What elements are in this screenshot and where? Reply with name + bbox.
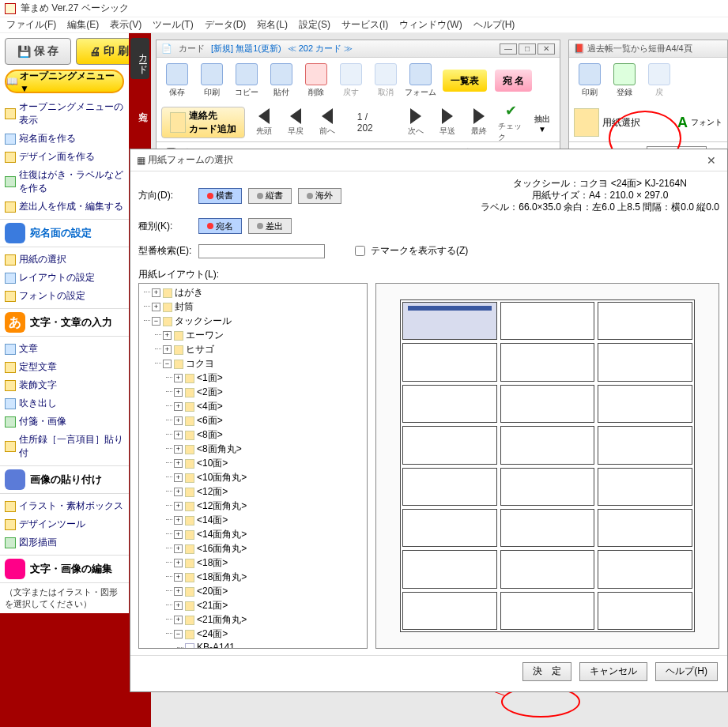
tree-item[interactable]: −<24面>	[174, 627, 228, 641]
menu-addr[interactable]: 宛名(L)	[257, 18, 288, 32]
link-address-face[interactable]: 宛名面を作る	[2, 130, 127, 148]
tree-item[interactable]: +<16面角丸>	[174, 542, 247, 556]
link-draw[interactable]: 図形描画	[2, 533, 127, 552]
tree-aone[interactable]: +エーワン	[163, 329, 224, 342]
link-template-text[interactable]: 定型文章	[2, 358, 127, 376]
tree-item[interactable]: +<8面角丸>	[174, 443, 242, 456]
label-cell[interactable]	[500, 302, 595, 340]
type-addressee-button[interactable]: 宛名	[198, 218, 242, 234]
section-text-input[interactable]: あ 文字・文章の入力	[0, 308, 129, 337]
tb-print[interactable]: 印刷	[196, 63, 228, 98]
font-icon[interactable]: A	[677, 115, 688, 131]
nav-check[interactable]: ✔チェック	[498, 102, 523, 143]
label-cell[interactable]	[598, 550, 692, 588]
opening-menu-button[interactable]: 📖 オープニングメニュー ▼	[5, 70, 124, 93]
menu-settings[interactable]: 設定(S)	[299, 18, 330, 32]
dir-vertical-button[interactable]: 縦書	[248, 188, 292, 204]
menu-help[interactable]: ヘルプ(H)	[473, 18, 515, 32]
label-cell[interactable]	[500, 509, 595, 547]
link-opening[interactable]: オープニングメニューの表示	[2, 98, 127, 130]
link-illust-box[interactable]: イラスト・素材ボックス	[2, 497, 127, 515]
dir-overseas-button[interactable]: 海外	[298, 188, 341, 204]
label-cell[interactable]	[500, 550, 595, 588]
close-button[interactable]: ✕	[538, 43, 555, 55]
tb-list-pill[interactable]: 一覧表	[443, 70, 487, 92]
rp-print[interactable]: 印刷	[574, 63, 605, 98]
add-contact-button[interactable]: 連絡先 カード追加	[161, 107, 245, 138]
tree-item[interactable]: +<12面角丸>	[174, 499, 247, 513]
nav-prev[interactable]: 前へ	[315, 108, 340, 137]
section-edit[interactable]: 文字・画像の編集	[0, 555, 129, 583]
link-font-settings[interactable]: フォントの設定	[2, 287, 127, 305]
link-paper-select[interactable]: 用紙の選択	[2, 250, 127, 269]
link-design-face[interactable]: デザイン面を作る	[2, 148, 127, 166]
menu-service[interactable]: サービス(I)	[341, 18, 388, 32]
tab-card[interactable]: カード	[130, 38, 149, 79]
tb-addr-pill[interactable]: 宛 名	[495, 70, 532, 92]
max-button[interactable]: □	[519, 43, 536, 55]
nav-last[interactable]: 最終	[466, 108, 492, 137]
link-sender[interactable]: 差出人を作成・編集する	[2, 198, 127, 216]
nav-extract[interactable]: 抽出▼	[530, 112, 555, 134]
label-cell[interactable]	[598, 302, 692, 340]
label-cell[interactable]	[598, 426, 692, 464]
link-decor-text[interactable]: 装飾文字	[2, 376, 127, 394]
tree-envelope[interactable]: +封筒	[152, 300, 194, 314]
tree-item[interactable]: +<1面>	[174, 371, 223, 385]
dialog-close-button[interactable]: ✕	[702, 154, 721, 167]
label-cell[interactable]	[500, 468, 595, 506]
tree-leaf[interactable]: KB-A141	[185, 641, 235, 649]
label-cell[interactable]	[500, 385, 595, 423]
tree-item[interactable]: +<6面>	[174, 414, 223, 428]
tree-item[interactable]: +<21面角丸>	[174, 613, 247, 627]
label-cell[interactable]	[402, 468, 497, 506]
rp-undo[interactable]: 戻	[643, 63, 675, 98]
menu-edit[interactable]: 編集(E)	[67, 18, 99, 32]
link-balloon[interactable]: 吹き出し	[2, 394, 127, 412]
label-cell[interactable]	[402, 426, 497, 464]
section-image-paste[interactable]: 画像の貼り付け	[0, 465, 129, 494]
tb-save[interactable]: 保存	[161, 63, 193, 98]
model-search-input[interactable]	[198, 244, 325, 258]
label-cell[interactable]	[598, 509, 692, 547]
tree-item[interactable]: +<12面>	[174, 485, 228, 499]
menu-window[interactable]: ウィンドウ(W)	[399, 18, 462, 32]
tb-form[interactable]: フォーム	[405, 63, 436, 98]
menu-tool[interactable]: ツール(T)	[153, 18, 193, 32]
tree-item[interactable]: +<20面>	[174, 585, 228, 598]
link-design-tool[interactable]: デザインツール	[2, 515, 127, 533]
tree-item[interactable]: +<2面>	[174, 386, 223, 399]
tb-paste[interactable]: 貼付	[266, 63, 297, 98]
tree-item[interactable]: +<18面角丸>	[174, 571, 247, 584]
tree-item[interactable]: +<14面>	[174, 514, 228, 527]
tree-item[interactable]: +<21面>	[174, 599, 228, 612]
section-addr-settings[interactable]: 宛名面の設定	[0, 219, 129, 247]
menu-file[interactable]: ファイル(F)	[6, 18, 56, 32]
rp-register[interactable]: 登録	[609, 63, 640, 98]
tree-hisago[interactable]: +ヒサゴ	[163, 343, 214, 356]
tmark-checkbox[interactable]	[355, 246, 365, 256]
paper-tree[interactable]: +はがき +封筒 −タックシール +エーワン +ヒサゴ −コクヨ +<1面>+<…	[138, 283, 368, 649]
label-cell[interactable]	[598, 343, 692, 381]
nav-ff[interactable]: 早送	[435, 108, 460, 137]
label-cell[interactable]	[500, 426, 595, 464]
tb-undo[interactable]: 戻す	[335, 63, 367, 98]
min-button[interactable]: —	[500, 43, 517, 55]
link-text[interactable]: 文章	[2, 340, 127, 358]
tree-item[interactable]: +<10面角丸>	[174, 471, 247, 484]
link-reply-postcard[interactable]: 往復はがき・ラベルなどを作る	[2, 166, 127, 198]
tree-tackseal[interactable]: −タックシール	[152, 315, 232, 328]
label-cell[interactable]	[402, 343, 497, 381]
tree-item[interactable]: +<14面角丸>	[174, 528, 247, 541]
tb-delete[interactable]: 削除	[300, 63, 332, 98]
label-cell[interactable]	[402, 592, 497, 630]
tab-addr[interactable]: 宛名	[130, 95, 149, 114]
label-cell[interactable]	[402, 509, 497, 547]
cancel-button[interactable]: キャンセル	[579, 662, 647, 681]
nav-next[interactable]: 次へ	[403, 108, 428, 137]
dir-horizontal-button[interactable]: 横書	[198, 188, 242, 204]
label-cell[interactable]	[402, 385, 497, 423]
nav-rew[interactable]: 早戻	[283, 108, 308, 137]
label-cell[interactable]	[500, 343, 595, 381]
tree-item[interactable]: +<8面>	[174, 428, 223, 442]
